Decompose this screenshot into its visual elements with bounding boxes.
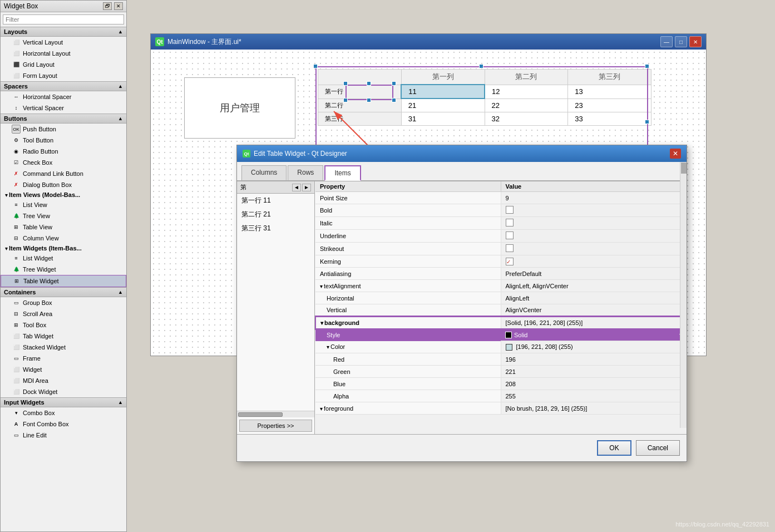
wb-widget[interactable]: ⬜ Widget (1, 364, 126, 375)
widget-box-filter-input[interactable] (3, 14, 124, 24)
cell-33[interactable]: 33 (568, 112, 651, 126)
qt-maximize-btn[interactable]: □ (675, 36, 687, 47)
widget-box-restore-btn[interactable]: 🗗 (103, 2, 112, 10)
wb-scroll-area[interactable]: ⊟ Scroll Area (1, 308, 126, 319)
left-item-row1[interactable]: 第一行 11 (237, 194, 314, 208)
wb-list-view[interactable]: ≡ List View (1, 199, 126, 210)
section-item-views[interactable]: ▾ Item Views (Model-Bas... (1, 190, 126, 199)
wb-tool-button[interactable]: ⚙ Tool Button (1, 135, 126, 146)
kerning-checkbox[interactable] (506, 258, 514, 265)
cell-11[interactable]: 11 (401, 85, 485, 98)
wb-column-view[interactable]: ⊟ Column View (1, 233, 126, 244)
ok-button[interactable]: OK (597, 440, 631, 456)
horizontal-layout-icon: ⬜ (12, 49, 21, 58)
wb-horizontal-layout[interactable]: ⬜ Horizontal Layout (1, 48, 126, 59)
property-table: Property Value Point Size 9 Bo (315, 181, 687, 434)
scroll-left-btn[interactable]: ◄ (292, 184, 301, 191)
prop-col-value: Value (501, 181, 686, 192)
dialog-close-btn[interactable]: ✕ (670, 149, 681, 159)
left-item-row2[interactable]: 第二行 21 (237, 208, 314, 221)
wb-frame[interactable]: ▭ Frame (1, 353, 126, 364)
italic-checkbox[interactable] (506, 219, 514, 226)
cell-12[interactable]: 12 (485, 85, 568, 98)
wb-mdi-area[interactable]: ⬜ MDI Area (1, 375, 126, 386)
prop-table-element: Property Value Point Size 9 Bo (315, 181, 687, 415)
main-table-widget[interactable]: 第一列 第二列 第三列 第一行 11 12 13 (318, 69, 651, 126)
wb-push-button[interactable]: OK Push Button (1, 124, 126, 135)
style-dropdown[interactable]: Solid ▾ (505, 332, 682, 338)
col-header-2: 第二列 (485, 70, 568, 85)
user-mgmt-widget[interactable]: 用户管理 (184, 77, 295, 139)
wb-stacked-widget[interactable]: ⬜ Stacked Widget (1, 342, 126, 353)
wb-tree-widget[interactable]: 🌲 Tree Widget (1, 264, 126, 275)
strikeout-checkbox[interactable] (506, 244, 514, 252)
left-item-row3[interactable]: 第三行 31 (237, 221, 314, 235)
wb-radio-button[interactable]: ◉ Radio Button (1, 146, 126, 157)
widget-box-filter-area (1, 12, 126, 27)
sel-handle-bm (367, 98, 371, 102)
tab-items[interactable]: Items (324, 165, 361, 181)
tab-columns[interactable]: Columns (241, 165, 287, 180)
wb-check-box[interactable]: ☑ Check Box (1, 157, 126, 168)
section-layouts[interactable]: Layouts ▲ (1, 27, 126, 37)
wb-form-layout[interactable]: ⬜ Form Layout (1, 70, 126, 81)
scrollbar-thumb[interactable] (238, 412, 283, 417)
cancel-button[interactable]: Cancel (636, 440, 680, 456)
cell-22[interactable]: 22 (485, 98, 568, 112)
cell-31[interactable]: 31 (401, 112, 485, 126)
cell-21[interactable]: 21 (401, 98, 485, 112)
sel-handle-tr (392, 81, 396, 86)
check-box-icon: ☑ (12, 158, 21, 167)
qt-minimize-btn[interactable]: — (660, 36, 673, 47)
prop-italic: Italic (315, 217, 686, 230)
watermark: https://blog.csdn.net/qq_42292831 (675, 521, 769, 528)
properties-btn[interactable]: Properties >> (239, 420, 312, 432)
cell-13[interactable]: 13 (568, 85, 651, 98)
col-header-1: 第一列 (401, 70, 485, 85)
right-scrollbar-track[interactable] (680, 181, 687, 428)
tab-rows[interactable]: Rows (288, 165, 323, 180)
wb-command-link-button[interactable]: ✗ Command Link Button (1, 168, 126, 179)
wb-table-view[interactable]: ⊞ Table View (1, 221, 126, 233)
tool-button-icon: ⚙ (12, 136, 21, 145)
wb-vertical-spacer[interactable]: ↕ Vertical Spacer (1, 102, 126, 114)
underline-checkbox[interactable] (506, 231, 514, 239)
cell-32[interactable]: 32 (485, 112, 568, 126)
wb-table-widget[interactable]: ⊞ Table Widget (1, 275, 126, 287)
qt-close-btn[interactable]: ✕ (689, 36, 702, 47)
wb-tool-box[interactable]: ⊞ Tool Box (1, 319, 126, 331)
wb-font-combo-box[interactable]: A Font Combo Box (1, 418, 126, 430)
wb-horizontal-spacer[interactable]: ↔ Horizontal Spacer (1, 91, 126, 102)
outer-handle-mr (645, 120, 649, 124)
wb-group-box[interactable]: ▭ Group Box (1, 297, 126, 308)
section-buttons[interactable]: Buttons ▲ (1, 114, 126, 124)
prop-horizontal: Horizontal AlignLeft (315, 292, 686, 304)
wb-dock-widget[interactable]: ⬜ Dock Widget (1, 386, 126, 397)
scroll-right-btn[interactable]: ► (302, 184, 311, 191)
section-item-widgets[interactable]: ▾ Item Widgets (Item-Bas... (1, 244, 126, 253)
widget-box-close-btn[interactable]: ✕ (114, 2, 123, 10)
wb-tree-view[interactable]: 🌲 Tree View (1, 210, 126, 221)
section-spacers[interactable]: Spacers ▲ (1, 81, 126, 91)
wb-vertical-layout[interactable]: ⬜ Vertical Layout (1, 37, 126, 48)
sel-handle-br (392, 98, 396, 102)
section-containers[interactable]: Containers ▲ (1, 287, 126, 297)
table-view-icon: ⊞ (12, 223, 21, 231)
cell-23[interactable]: 23 (568, 98, 651, 112)
qt-logo: Qt (155, 37, 164, 46)
dialog-button-icon: ✗ (12, 180, 21, 189)
bold-checkbox[interactable] (506, 206, 514, 214)
wb-tab-widget[interactable]: ⬜ Tab Widget (1, 331, 126, 342)
prop-blue: Blue 208 (315, 378, 686, 390)
sel-handle-tl (343, 81, 348, 86)
left-panel-scrollbar[interactable] (237, 411, 314, 417)
section-input-widgets[interactable]: Input Widgets ▲ (1, 397, 126, 407)
prop-underline: Underline (315, 230, 686, 243)
prop-bold: Bold (315, 204, 686, 217)
wb-dialog-button-box[interactable]: ✗ Dialog Button Box (1, 179, 126, 190)
wb-grid-layout[interactable]: ⬛ Grid Layout (1, 59, 126, 70)
edit-dialog: Qt Edit Table Widget - Qt Designer ✕ Col… (236, 145, 687, 462)
wb-list-widget[interactable]: ≡ List Widget (1, 253, 126, 264)
wb-combo-box[interactable]: ▾ Combo Box (1, 407, 126, 418)
wb-line-edit[interactable]: ▭ Line Edit (1, 430, 126, 441)
